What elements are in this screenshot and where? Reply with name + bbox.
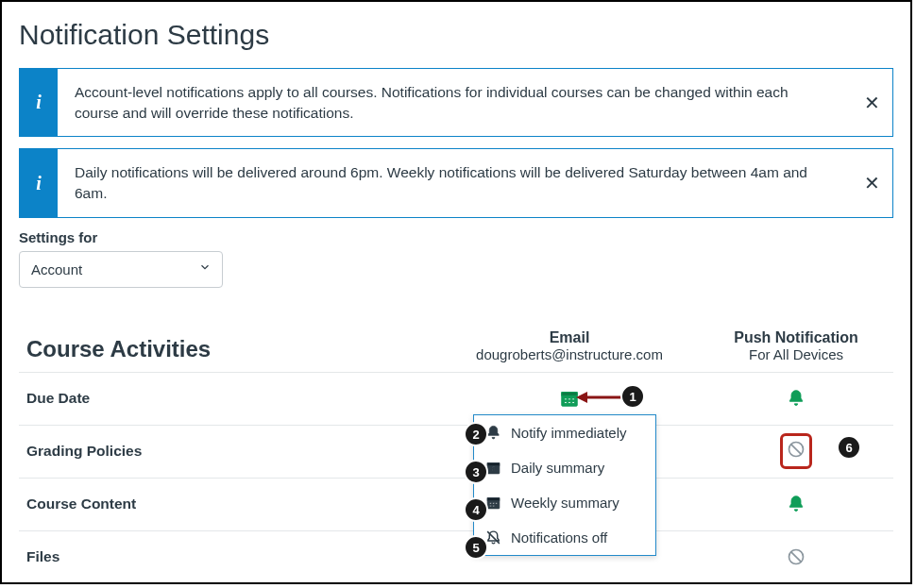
settings-for-value: Account	[19, 251, 223, 288]
info-icon: i	[20, 149, 58, 216]
annotation-marker-1: 1	[620, 384, 645, 409]
menu-item-notify-immediately[interactable]: Notify immediately	[474, 415, 655, 450]
annotation-arrow	[576, 389, 623, 406]
menu-item-label: Notifications off	[511, 529, 607, 546]
menu-item-label: Daily summary	[511, 460, 604, 476]
notification-frequency-menu: Notify immediately 3 Daily summary Weekl…	[473, 414, 656, 556]
row-label-course-content: Course Content	[26, 496, 433, 512]
table-row: Grading Policies	[19, 425, 893, 478]
column-subheader-push: For All Devices	[706, 346, 886, 362]
bell-icon[interactable]	[787, 389, 806, 408]
column-subheader-email: dougroberts@instructure.com	[433, 346, 706, 362]
info-banner-text: Daily notifications will be delivered ar…	[58, 149, 851, 216]
annotation-marker-2: 2	[464, 422, 488, 446]
menu-item-weekly-summary[interactable]: Weekly summary	[474, 485, 655, 520]
svg-rect-20	[489, 505, 491, 506]
menu-item-label: Notify immediately	[511, 425, 627, 441]
svg-rect-19	[496, 503, 498, 504]
svg-rect-2	[565, 398, 568, 400]
section-title: Course Activities	[26, 336, 433, 362]
annotation-marker-5: 5	[464, 535, 488, 560]
svg-marker-24	[576, 392, 587, 403]
column-header-email: Email	[433, 329, 706, 346]
table-row: Due Date	[19, 372, 893, 425]
svg-rect-5	[565, 402, 568, 404]
close-icon[interactable]: ✕	[851, 149, 892, 216]
column-header-push: Push Notification	[706, 329, 886, 346]
svg-rect-1	[562, 393, 578, 396]
table-row: Course Content	[19, 478, 893, 530]
svg-line-11	[791, 552, 802, 563]
info-banner-account-level: i Account-level notifications apply to a…	[19, 68, 893, 137]
close-icon[interactable]: ✕	[851, 69, 892, 136]
svg-text:3: 3	[492, 465, 496, 472]
svg-rect-21	[492, 505, 494, 506]
svg-rect-7	[572, 402, 575, 404]
svg-rect-18	[492, 503, 494, 504]
svg-rect-6	[568, 402, 571, 404]
row-label-files: Files	[26, 548, 433, 565]
page-title: Notification Settings	[19, 19, 893, 51]
menu-item-notifications-off[interactable]: Notifications off	[474, 520, 655, 555]
bell-off-icon	[485, 529, 501, 546]
svg-rect-3	[568, 398, 571, 400]
row-label-grading-policies: Grading Policies	[26, 443, 433, 460]
info-icon: i	[20, 69, 58, 136]
svg-rect-4	[572, 398, 575, 400]
settings-for-select[interactable]: Account	[19, 251, 223, 288]
table-row: Files	[19, 530, 893, 583]
info-banner-schedule: i Daily notifications will be delivered …	[19, 148, 893, 217]
annotation-marker-6: 6	[837, 435, 861, 460]
bell-icon[interactable]	[787, 495, 806, 513]
svg-rect-16	[487, 498, 500, 501]
info-banner-text: Account-level notifications apply to all…	[58, 69, 851, 136]
settings-for-label: Settings for	[19, 229, 893, 245]
notifications-off-icon[interactable]	[787, 440, 806, 459]
notifications-off-icon[interactable]	[787, 547, 806, 566]
row-label-due-date: Due Date	[26, 390, 433, 407]
menu-item-label: Weekly summary	[511, 495, 619, 511]
annotation-marker-3: 3	[464, 460, 488, 484]
highlighted-setting	[780, 433, 812, 469]
annotation-marker-4: 4	[464, 497, 488, 522]
menu-item-daily-summary[interactable]: 3 Daily summary	[474, 450, 655, 485]
svg-rect-17	[489, 503, 491, 504]
svg-line-9	[791, 445, 802, 455]
